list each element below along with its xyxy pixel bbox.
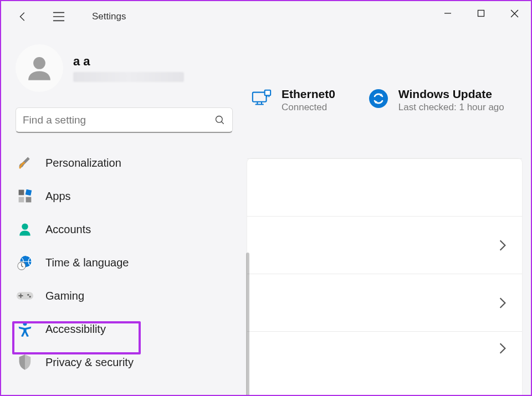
- back-button[interactable]: [12, 6, 34, 28]
- right-column: Ethernet0 Connected Windows Update Last …: [247, 32, 531, 396]
- clock-globe-icon: [17, 254, 33, 271]
- sidebar-item-privacy[interactable]: Privacy & security: [11, 347, 237, 378]
- shield-icon: [17, 354, 33, 371]
- search-input[interactable]: [23, 114, 214, 126]
- svg-point-16: [369, 89, 388, 108]
- sidebar-item-accessibility[interactable]: Accessibility: [11, 313, 237, 344]
- settings-row[interactable]: [247, 274, 522, 331]
- sidebar-item-label: Time & language: [45, 256, 129, 269]
- brush-icon: [17, 155, 33, 171]
- sidebar-item-personalization[interactable]: Personalization: [11, 147, 237, 178]
- network-subtitle: Connected: [282, 102, 335, 113]
- network-status-card[interactable]: Ethernet0 Connected: [250, 88, 335, 113]
- gamepad-icon: [17, 287, 33, 304]
- sidebar-item-label: Accessibility: [45, 323, 106, 336]
- content-header-row: [247, 158, 522, 216]
- avatar-icon: [23, 52, 55, 84]
- nav-menu-button[interactable]: [48, 6, 70, 28]
- svg-point-12: [29, 296, 31, 297]
- back-arrow-icon: [17, 11, 29, 23]
- title-bar: Settings: [1, 1, 531, 32]
- sidebar-item-time-language[interactable]: Time & language: [11, 247, 237, 278]
- svg-rect-0: [478, 11, 484, 17]
- svg-rect-4: [25, 189, 32, 196]
- svg-point-1: [33, 57, 45, 69]
- svg-point-2: [216, 116, 223, 122]
- svg-rect-5: [19, 197, 24, 203]
- titlebar-left: Settings: [1, 6, 126, 28]
- sidebar-nav: Personalization Apps Accounts Time & lan…: [1, 147, 247, 378]
- pc-network-icon: [250, 88, 273, 110]
- apps-icon: [17, 188, 33, 204]
- svg-point-13: [23, 322, 27, 326]
- settings-row[interactable]: [247, 331, 522, 364]
- chevron-right-icon: [499, 342, 507, 354]
- scrollbar[interactable]: [246, 253, 249, 396]
- network-title: Ethernet0: [282, 88, 335, 101]
- window-close-button[interactable]: [498, 1, 531, 25]
- update-subtitle: Last checked: 1 hour ago: [398, 102, 504, 113]
- settings-row[interactable]: [247, 216, 522, 274]
- sidebar-item-label: Accounts: [45, 223, 91, 236]
- search-icon: [214, 115, 226, 126]
- sidebar-item-accounts[interactable]: Accounts: [11, 214, 237, 245]
- network-status-text: Ethernet0 Connected: [282, 88, 335, 113]
- app-title: Settings: [92, 11, 126, 22]
- user-block[interactable]: a a: [1, 32, 247, 104]
- user-text: a a: [73, 54, 184, 82]
- avatar: [16, 44, 63, 92]
- user-email-redacted: [73, 72, 184, 82]
- accessibility-icon: [17, 321, 33, 337]
- sidebar-item-apps[interactable]: Apps: [11, 181, 237, 212]
- status-row: Ethernet0 Connected Windows Update Last …: [247, 32, 531, 130]
- minimize-icon: [444, 9, 452, 17]
- svg-rect-3: [19, 190, 24, 196]
- close-icon: [510, 9, 519, 18]
- sidebar-item-label: Gaming: [45, 290, 84, 302]
- window-controls: [431, 1, 531, 25]
- update-sync-icon: [367, 88, 390, 110]
- left-column: a a Personalization Apps Accounts: [1, 32, 247, 396]
- svg-rect-6: [26, 197, 32, 203]
- update-status-text: Windows Update Last checked: 1 hour ago: [398, 88, 504, 113]
- person-icon: [17, 221, 33, 238]
- update-status-card[interactable]: Windows Update Last checked: 1 hour ago: [367, 88, 504, 113]
- window-maximize-button[interactable]: [464, 1, 498, 25]
- chevron-right-icon: [499, 297, 507, 309]
- maximize-icon: [477, 9, 485, 17]
- sidebar-item-label: Personalization: [45, 157, 121, 169]
- sidebar-item-gaming[interactable]: Gaming: [11, 280, 237, 311]
- update-title: Windows Update: [398, 88, 504, 101]
- svg-point-7: [22, 223, 28, 229]
- chevron-right-icon: [499, 239, 507, 251]
- user-name: a a: [73, 54, 184, 69]
- sidebar-item-label: Apps: [45, 190, 71, 203]
- hamburger-icon: [53, 12, 65, 22]
- sidebar-item-label: Privacy & security: [45, 356, 134, 369]
- window-minimize-button[interactable]: [431, 1, 464, 25]
- svg-rect-15: [265, 90, 270, 96]
- svg-point-11: [27, 294, 29, 296]
- content-panel: [247, 158, 522, 396]
- search-box[interactable]: [16, 107, 233, 133]
